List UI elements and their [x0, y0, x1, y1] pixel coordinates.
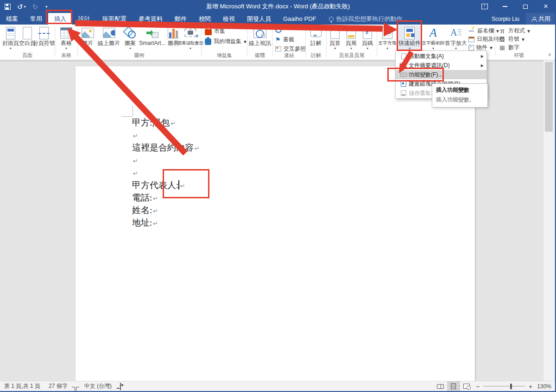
- symbol-label: 符號: [508, 35, 519, 43]
- page-break-button[interactable]: 分頁符號: [33, 25, 55, 46]
- document-page[interactable]: 甲方:湯包↵ ↵ 這裡是合約內容↵ ↵ ↵ 甲方代表人:↵ 電話:↵ 姓名:↵ …: [76, 66, 475, 381]
- chevron-down-icon: ▾: [244, 38, 246, 45]
- tab-home[interactable]: 常用: [24, 13, 48, 25]
- store-icon: [205, 29, 212, 35]
- my-addins-button[interactable]: 我的增益集 ▾: [205, 38, 246, 45]
- text-box-button[interactable]: 文字方塊 ▾: [378, 25, 397, 51]
- annotation-box-insert-tab: [46, 10, 72, 24]
- word-count[interactable]: 27 個字: [44, 382, 72, 390]
- chevron-down-icon: ▾: [522, 36, 524, 43]
- scrollbar-thumb[interactable]: [545, 62, 553, 132]
- group-separator: [201, 26, 202, 57]
- page-number-icon: [363, 27, 372, 39]
- user-name: Scorpio Liu: [492, 16, 519, 22]
- group-label-media: 媒體: [248, 52, 272, 59]
- group-label-symbols: 符號: [496, 52, 542, 59]
- number-button[interactable]: ⊞ 數字: [499, 44, 519, 51]
- shapes-button[interactable]: 圖案 ▾: [122, 25, 139, 51]
- footer-button[interactable]: 頁尾 ▾: [344, 25, 359, 51]
- ribbon-display-options-button[interactable]: [474, 0, 495, 13]
- tab-gaaiho-pdf[interactable]: Gaaiho PDF: [277, 13, 322, 25]
- doc-line: 甲方:湯包↵: [132, 116, 200, 129]
- autotext-label: 自動圖文集(A): [409, 52, 479, 60]
- chevron-down-icon: ▾: [190, 46, 191, 51]
- header-label: 頁首: [329, 40, 341, 46]
- submenu-arrow-icon: ▶: [481, 63, 484, 68]
- tab-file[interactable]: 檔案: [0, 13, 24, 25]
- group-symbols: π 方程式 ▾ Ω 符號 ▾ ⊞ 數字 符號: [496, 25, 542, 60]
- smartart-label: SmartArt...: [139, 40, 165, 46]
- ime-mode-button[interactable]: [116, 383, 125, 390]
- header-button[interactable]: 頁首 ▾: [328, 25, 342, 51]
- share-button[interactable]: 共用: [526, 13, 556, 25]
- tab-design[interactable]: 設計: [72, 13, 96, 25]
- picture-button[interactable]: 圖片: [79, 25, 96, 46]
- language-indicator[interactable]: 中文 (台灣): [80, 382, 116, 390]
- number-box-icon: ⊞: [499, 44, 506, 51]
- cross-reference-icon: [275, 46, 281, 51]
- autotext-icon: [401, 53, 406, 59]
- collapse-ribbon-button[interactable]: ∧: [548, 52, 551, 57]
- zoom-out-button[interactable]: −: [476, 383, 480, 390]
- zoom-slider[interactable]: [483, 386, 525, 387]
- zoom-slider-thumb[interactable]: [510, 384, 512, 389]
- chevron-down-icon: ▾: [432, 46, 434, 51]
- tab-view[interactable]: 檢視: [217, 13, 241, 25]
- tab-review[interactable]: 校閱: [193, 13, 217, 25]
- store-label: 市集: [214, 27, 225, 35]
- vertical-scrollbar[interactable]: [543, 60, 554, 381]
- comment-button[interactable]: 註解: [308, 25, 324, 46]
- tooltip-description: 插入功能變數。: [436, 96, 484, 104]
- minimize-button[interactable]: [495, 0, 515, 13]
- close-button[interactable]: ×: [536, 0, 556, 13]
- cover-page-icon: [6, 27, 15, 39]
- screenshot-button[interactable]: 螢幕擷取畫面 ▾: [181, 25, 200, 51]
- table-button[interactable]: 表格 ▾: [57, 25, 75, 51]
- print-layout-button[interactable]: [447, 381, 460, 392]
- group-separator: [495, 26, 495, 57]
- window-controls: ×: [474, 0, 556, 13]
- cover-page-button[interactable]: 封面頁 ▾: [2, 25, 19, 51]
- equation-button[interactable]: π 方程式 ▾: [499, 27, 530, 35]
- web-layout-button[interactable]: [460, 381, 473, 392]
- paragraph-mark-icon: ↵: [171, 120, 176, 127]
- chevron-down-icon: ▾: [490, 44, 493, 51]
- hyperlink-button[interactable]: [275, 26, 282, 33]
- drop-cap-button[interactable]: 首字放大 ▾: [445, 25, 467, 51]
- pi-icon: π: [499, 27, 506, 35]
- menu-item-autotext[interactable]: 自動圖文集(A) ▶: [396, 51, 486, 61]
- margin-crop-mark: [121, 116, 133, 117]
- page-indicator[interactable]: 第 1 頁,共 1 頁: [0, 382, 44, 390]
- status-bar-right: − + 130%: [434, 381, 556, 392]
- read-mode-button[interactable]: [434, 381, 447, 392]
- smartart-button[interactable]: SmartArt...: [139, 25, 165, 46]
- wordart-button[interactable]: A 文字藝術師 ▾: [422, 25, 444, 51]
- doc-line: 姓名:↵: [132, 204, 200, 216]
- tab-references[interactable]: 參考資料: [133, 13, 169, 25]
- paragraph-mark-icon: ↵: [153, 220, 158, 227]
- annotation-box-field-item: [387, 68, 444, 82]
- group-links: ⚑ 書籤 交互參照 連結: [273, 25, 305, 60]
- tab-mailings[interactable]: 郵件: [169, 13, 193, 25]
- bookmark-button[interactable]: ⚑ 書籤: [275, 36, 294, 44]
- status-bar: 第 1 頁,共 1 頁 27 個字 中文 (台灣) − + 130%: [0, 381, 556, 391]
- store-button[interactable]: 市集: [205, 27, 225, 35]
- zoom-level[interactable]: 130%: [535, 383, 556, 390]
- page-number-button[interactable]: 頁碼 ▾: [360, 25, 375, 51]
- zoom-in-button[interactable]: +: [529, 383, 532, 390]
- tell-me-box[interactable]: 告訴我您想要執行的動作...: [329, 13, 408, 25]
- hyperlink-icon: [275, 26, 282, 33]
- online-video-button[interactable]: 線上視訊: [248, 25, 272, 46]
- group-media: 線上視訊 媒體: [248, 25, 272, 60]
- doc-text-run: 甲方:湯包: [132, 118, 170, 127]
- online-pictures-button[interactable]: 線上圖片: [97, 25, 121, 46]
- doc-text-run: 電話:: [132, 193, 152, 202]
- tab-layout[interactable]: 版面配置: [96, 13, 133, 25]
- symbol-button[interactable]: Ω 符號 ▾: [499, 35, 524, 43]
- group-label-pages: 頁面: [1, 52, 54, 59]
- doc-line: ↵: [132, 154, 200, 166]
- doc-line: 這裡是合約內容↵: [132, 141, 200, 154]
- comment-bubble-icon: [310, 29, 322, 37]
- tab-developer[interactable]: 開發人員: [241, 13, 277, 25]
- maximize-button[interactable]: [515, 0, 536, 13]
